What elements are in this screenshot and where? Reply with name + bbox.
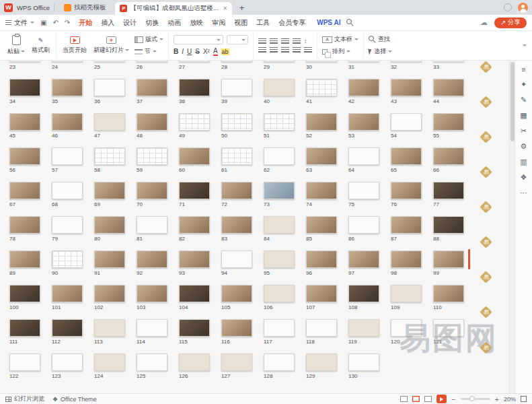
highlight-button[interactable]: ab: [221, 48, 229, 55]
align-center-button[interactable]: [270, 47, 278, 53]
fit-screen-icon[interactable]: [521, 396, 527, 402]
gear-icon[interactable]: ⚙: [521, 142, 527, 151]
tab-docer-templates[interactable]: 找稻壳模板: [59, 0, 112, 15]
slide-thumbnail[interactable]: 55: [433, 113, 476, 139]
slide-thumbnail[interactable]: 40: [264, 79, 306, 104]
slide-thumbnail[interactable]: 85: [306, 216, 348, 242]
slide-thumbnail[interactable]: 28: [221, 61, 264, 70]
align-left-button[interactable]: [258, 47, 266, 53]
slide-thumbnail[interactable]: 45: [9, 113, 52, 139]
underline-button[interactable]: U: [187, 48, 192, 55]
slide-thumbnail[interactable]: 115: [179, 319, 221, 345]
tab-active-document[interactable]: P 【可编辑】成都凤凰山语墅楼... ×: [115, 2, 231, 15]
section-button[interactable]: 节: [135, 47, 163, 56]
slide-thumbnail[interactable]: 57: [52, 147, 94, 173]
more-dots-icon[interactable]: ⋯: [520, 189, 527, 197]
zoom-in-button[interactable]: +: [495, 395, 499, 403]
arrange-button[interactable]: 排列: [322, 47, 358, 56]
slide-thumbnail[interactable]: 59: [137, 147, 179, 173]
slide-thumbnail[interactable]: 79: [52, 216, 94, 242]
slide-thumbnail[interactable]: 112: [52, 319, 94, 345]
paste-button[interactable]: 粘贴: [6, 34, 26, 57]
justify-button[interactable]: [293, 47, 301, 53]
slide-thumbnail[interactable]: 94: [221, 250, 264, 276]
slide-thumbnail[interactable]: 23: [9, 61, 52, 70]
ribbon-collapse-icon[interactable]: [519, 32, 531, 59]
slide-thumbnail[interactable]: 78: [9, 216, 52, 242]
user-avatar[interactable]: [518, 3, 528, 13]
slide-thumbnail[interactable]: 88: [433, 216, 476, 242]
scissors-icon[interactable]: ✂: [521, 127, 527, 135]
slide-thumbnail[interactable]: 122: [9, 354, 52, 379]
slide-thumbnail[interactable]: 61: [221, 147, 264, 173]
slide-thumbnail[interactable]: 33: [433, 61, 476, 70]
slide-thumbnail[interactable]: 84: [264, 216, 306, 242]
slide-thumbnail[interactable]: 108: [348, 285, 391, 310]
slide-thumbnail[interactable]: 89: [9, 250, 52, 276]
search-icon[interactable]: [346, 19, 354, 26]
slide-thumbnail[interactable]: 49: [179, 113, 221, 139]
slide-thumbnail[interactable]: 102: [94, 285, 137, 310]
font-color-button[interactable]: A: [213, 47, 218, 56]
slide-thumbnail[interactable]: 82: [179, 216, 221, 242]
slide-thumbnail[interactable]: 114: [137, 319, 179, 345]
slide-thumbnail[interactable]: 26: [137, 61, 179, 70]
slide-thumbnail[interactable]: 127: [221, 354, 264, 379]
slide-thumbnail[interactable]: 77: [433, 182, 476, 207]
slide-thumbnail[interactable]: 39: [221, 79, 264, 104]
save-icon[interactable]: ▣: [40, 19, 46, 26]
slide-thumbnail[interactable]: 42: [348, 79, 391, 104]
slide-thumbnail[interactable]: 31: [348, 61, 391, 70]
select-button[interactable]: 选择: [369, 47, 392, 56]
undo-icon[interactable]: ↶: [52, 19, 58, 26]
menu-tab[interactable]: 会员专享: [278, 18, 305, 28]
slide-sorter-view-button[interactable]: [412, 396, 420, 402]
slide-thumbnail[interactable]: 66: [433, 147, 476, 173]
slide-thumbnail[interactable]: 60: [179, 147, 221, 173]
wps-ai-tab[interactable]: WPS AI: [317, 19, 340, 26]
grid-panel-icon[interactable]: ▦: [520, 111, 527, 120]
slide-thumbnail[interactable]: 73: [264, 182, 306, 207]
slide-thumbnail[interactable]: 130: [348, 354, 391, 379]
slide-thumbnail[interactable]: 83: [221, 216, 264, 242]
indent-button[interactable]: [293, 38, 301, 44]
textbox-button[interactable]: A文本框: [322, 35, 358, 44]
slide-thumbnail[interactable]: 76: [391, 182, 433, 207]
slide-thumbnail[interactable]: 116: [221, 319, 264, 345]
slide-thumbnail[interactable]: 53: [348, 113, 391, 139]
slide-thumbnail[interactable]: 97: [348, 250, 391, 276]
slide-thumbnail[interactable]: 34: [9, 79, 52, 104]
slide-thumbnail[interactable]: 90: [52, 250, 94, 276]
font-family-select[interactable]: [174, 35, 223, 44]
slide-thumbnail[interactable]: 29: [264, 61, 306, 70]
slide-thumbnail[interactable]: 25: [94, 61, 137, 70]
slide-thumbnail[interactable]: 110: [433, 285, 476, 310]
diamond-icon[interactable]: ❖: [521, 173, 527, 182]
slide-thumbnail[interactable]: 62: [264, 147, 306, 173]
slide-thumbnail[interactable]: 126: [179, 354, 221, 379]
redo-icon[interactable]: ↷: [65, 19, 70, 26]
panel-list-icon[interactable]: ≡: [521, 65, 525, 73]
slide-thumbnail[interactable]: 124: [94, 354, 137, 379]
menu-tab[interactable]: 审阅: [212, 18, 225, 28]
bullet-list-button[interactable]: [258, 38, 266, 44]
slide-thumbnail[interactable]: 37: [137, 79, 179, 104]
slide-thumbnail[interactable]: 58: [94, 147, 137, 173]
slide-thumbnail[interactable]: 70: [137, 182, 179, 207]
slide-thumbnail[interactable]: 91: [94, 250, 137, 276]
zoom-slider-handle[interactable]: [469, 396, 475, 401]
slide-thumbnail[interactable]: 72: [221, 182, 264, 207]
slide-thumbnail[interactable]: 100: [9, 285, 52, 310]
slideshow-play-button[interactable]: [436, 395, 447, 403]
slide-thumbnail[interactable]: 71: [179, 182, 221, 207]
slide-thumbnail[interactable]: 80: [94, 216, 137, 242]
slide-thumbnail[interactable]: 75: [348, 182, 391, 207]
line-spacing-button[interactable]: ↕: [304, 38, 307, 44]
slide-thumbnail[interactable]: 104: [179, 285, 221, 310]
slide-thumbnail[interactable]: 56: [9, 147, 52, 173]
start-from-current-slide-button[interactable]: 当页开始: [61, 36, 88, 55]
slide-thumbnail[interactable]: 74: [306, 182, 348, 207]
slide-thumbnail[interactable]: 43: [391, 79, 433, 104]
slide-thumbnail[interactable]: 113: [94, 319, 137, 345]
slide-thumbnail[interactable]: 38: [179, 79, 221, 104]
